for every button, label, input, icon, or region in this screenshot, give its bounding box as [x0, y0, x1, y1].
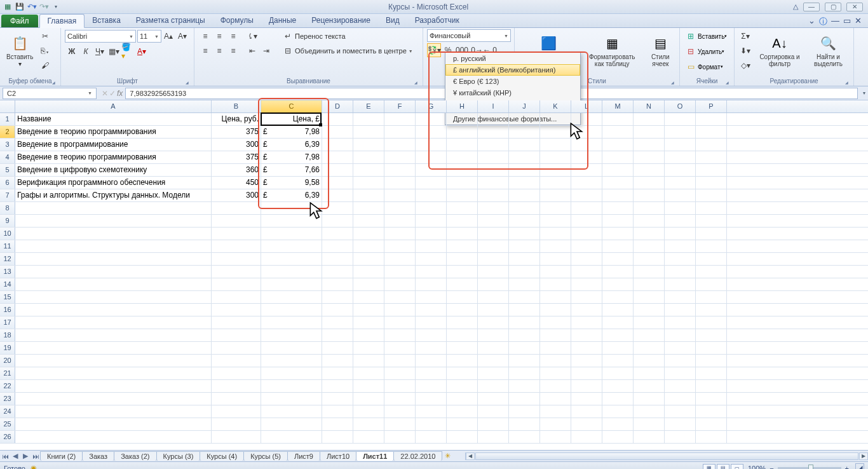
- cell-B13[interactable]: [212, 266, 261, 278]
- cell-E11[interactable]: [353, 240, 384, 252]
- cell-A15[interactable]: [15, 291, 212, 303]
- format-as-table-button[interactable]: ▦Форматировать как таблицу: [581, 29, 643, 71]
- cell-O7[interactable]: [665, 189, 696, 201]
- cell-E18[interactable]: [353, 329, 384, 341]
- cell-G22[interactable]: [416, 380, 447, 392]
- cell-L17[interactable]: [571, 316, 602, 329]
- cell-F25[interactable]: [384, 418, 416, 430]
- cell-P14[interactable]: [696, 278, 727, 290]
- cell-F17[interactable]: [384, 316, 416, 329]
- align-bottom-icon[interactable]: ≡: [226, 29, 240, 43]
- cell-F26[interactable]: [384, 431, 416, 443]
- column-header-K[interactable]: K: [540, 100, 571, 112]
- cell-C3[interactable]: £6,39: [261, 139, 322, 151]
- align-left-icon[interactable]: ≡: [198, 44, 212, 58]
- sheet-tab[interactable]: Курсы (4): [200, 451, 244, 461]
- cell-E7[interactable]: [353, 189, 384, 201]
- cell-B2[interactable]: 375: [212, 126, 261, 138]
- cell-M24[interactable]: [602, 405, 634, 418]
- cell-I5[interactable]: [478, 164, 509, 176]
- cell-H16[interactable]: [447, 304, 478, 316]
- cell-styles-button[interactable]: ▤Стили ячеек: [646, 29, 675, 71]
- cell-G8[interactable]: [416, 202, 447, 214]
- cell-B10[interactable]: [212, 228, 261, 240]
- row-header-24[interactable]: 24: [0, 405, 15, 418]
- merge-center-button[interactable]: ⊟Объединить и поместить в центре▼: [281, 44, 413, 58]
- accounting-format-button[interactable]: 💱▾: [427, 43, 441, 57]
- cell-O9[interactable]: [665, 215, 696, 227]
- cell-C4[interactable]: £7,98: [261, 151, 322, 163]
- cell-J12[interactable]: [509, 253, 540, 265]
- cell-A23[interactable]: [15, 393, 212, 405]
- column-header-B[interactable]: B: [212, 100, 261, 112]
- cell-G12[interactable]: [416, 253, 447, 265]
- cell-D16[interactable]: [322, 304, 353, 316]
- cell-L11[interactable]: [571, 240, 602, 252]
- cell-M3[interactable]: [602, 139, 634, 151]
- cell-N15[interactable]: [634, 291, 665, 303]
- cell-D21[interactable]: [322, 367, 353, 379]
- column-header-I[interactable]: I: [478, 100, 509, 112]
- cell-K6[interactable]: [540, 177, 571, 189]
- cell-H26[interactable]: [447, 431, 478, 443]
- cell-J17[interactable]: [509, 316, 540, 329]
- cell-E22[interactable]: [353, 380, 384, 392]
- cell-E10[interactable]: [353, 228, 384, 240]
- doc-minimize-icon[interactable]: —: [831, 16, 839, 27]
- cell-C18[interactable]: [261, 329, 322, 341]
- cell-P17[interactable]: [696, 316, 727, 329]
- cell-M1[interactable]: [602, 113, 634, 125]
- cell-J7[interactable]: [509, 189, 540, 201]
- cell-P24[interactable]: [696, 405, 727, 418]
- cell-E15[interactable]: [353, 291, 384, 303]
- maximize-button[interactable]: ▢: [825, 3, 841, 11]
- cell-L2[interactable]: [571, 126, 602, 138]
- align-middle-icon[interactable]: ≡: [212, 29, 226, 43]
- cell-K16[interactable]: [540, 304, 571, 316]
- cell-N10[interactable]: [634, 228, 665, 240]
- paste-button[interactable]: 📋 Вставить▾: [4, 29, 36, 71]
- cell-P6[interactable]: [696, 177, 727, 189]
- minimize-button[interactable]: —: [803, 3, 820, 11]
- cell-M13[interactable]: [602, 266, 634, 278]
- cell-I4[interactable]: [478, 151, 509, 163]
- row-header-8[interactable]: 8: [0, 202, 15, 214]
- cell-N16[interactable]: [634, 304, 665, 316]
- cell-L14[interactable]: [571, 278, 602, 290]
- cell-N17[interactable]: [634, 316, 665, 329]
- file-tab[interactable]: Файл: [1, 15, 38, 27]
- cell-L20[interactable]: [571, 355, 602, 367]
- row-header-4[interactable]: 4: [0, 151, 15, 163]
- cell-E8[interactable]: [353, 202, 384, 214]
- cell-O5[interactable]: [665, 164, 696, 176]
- cell-J1[interactable]: [509, 113, 540, 125]
- column-header-E[interactable]: E: [353, 100, 384, 112]
- cell-P7[interactable]: [696, 189, 727, 201]
- undo-icon[interactable]: ↶▾: [27, 2, 37, 12]
- cell-E13[interactable]: [353, 266, 384, 278]
- cell-M26[interactable]: [602, 431, 634, 443]
- cell-C24[interactable]: [261, 405, 322, 418]
- sheet-tab[interactable]: Курсы (3): [156, 451, 201, 461]
- cell-H15[interactable]: [447, 291, 478, 303]
- cell-C10[interactable]: [261, 228, 322, 240]
- cell-D14[interactable]: [322, 278, 353, 290]
- cell-O2[interactable]: [665, 126, 696, 138]
- cell-L10[interactable]: [571, 228, 602, 240]
- cell-B14[interactable]: [212, 278, 261, 290]
- underline-icon[interactable]: Ч▾: [93, 44, 107, 58]
- cell-K10[interactable]: [540, 228, 571, 240]
- qat-more-icon[interactable]: ▾: [51, 2, 61, 12]
- cell-C19[interactable]: [261, 342, 322, 354]
- cell-K24[interactable]: [540, 405, 571, 418]
- cell-G14[interactable]: [416, 278, 447, 290]
- cell-I24[interactable]: [478, 405, 509, 418]
- row-header-6[interactable]: 6: [0, 177, 15, 189]
- cell-B8[interactable]: [212, 202, 261, 214]
- cell-D7[interactable]: [322, 189, 353, 201]
- resize-grip-icon[interactable]: ◢: [855, 463, 864, 469]
- cell-J8[interactable]: [509, 202, 540, 214]
- cell-M19[interactable]: [602, 342, 634, 354]
- cell-J23[interactable]: [509, 393, 540, 405]
- cell-A7[interactable]: Графы и алгоритмы. Структуры данных. Мод…: [15, 189, 212, 201]
